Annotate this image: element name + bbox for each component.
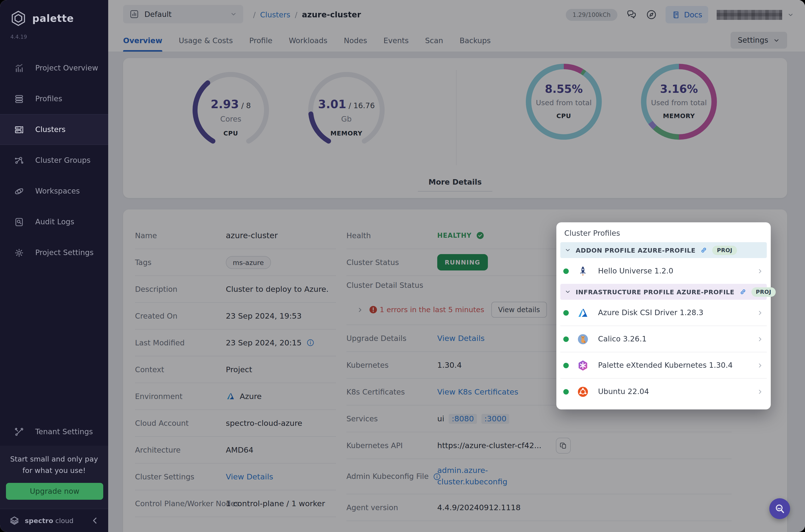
palette-app: palette 4.4.19 Project OverviewProfilesC… [0,0,805,532]
sidebar-item-clusters[interactable]: Clusters [0,114,108,145]
profile-section-name: ADDON PROFILE AZURE-PROFILE [576,246,695,254]
sidebar-item-label: Cluster Groups [35,156,91,165]
sidebar: palette 4.4.19 Project OverviewProfilesC… [0,0,108,532]
sidebar-item-label: Clusters [35,125,65,134]
chev-down-icon [564,288,571,295]
spectro-cloud-logo-icon [9,515,20,526]
promo-text: Start small and only pay for what you us… [6,454,102,476]
doc-search-icon [14,216,24,227]
brand-logo: palette [0,0,108,27]
profile-item-name: Hello Universe 1.2.0 [598,266,673,276]
popup-title: Cluster Profiles [556,222,771,242]
scope-badge: PROJ [712,245,737,255]
status-dot [563,310,569,316]
profile-item-hello-universe-1-2-0[interactable]: Hello Universe 1.2.0 [560,258,767,284]
sidebar-item-project-settings[interactable]: Project Settings [0,237,108,268]
ubuntu-icon [577,385,589,398]
profile-item-name: Palette eXtended Kubernetes 1.30.4 [598,361,733,370]
azure-icon [577,306,589,319]
search-chat-icon [774,503,786,515]
app-version: 4.4.19 [0,27,108,40]
upgrade-promo: Start small and only pay for what you us… [0,445,108,509]
profile-item-name: Calico 3.26.1 [598,335,647,343]
sidebar-nav: Project OverviewProfilesClustersCluster … [0,53,108,268]
hello-universe-icon [577,265,589,277]
sidebar-item-workspaces[interactable]: Workspaces [0,176,108,206]
gear-icon [14,247,24,258]
upgrade-now-button[interactable]: Upgrade now [6,483,103,500]
scope-badge: PROJ [751,287,776,297]
brand-light: cloud [55,517,74,525]
sidebar-item-audit-logs[interactable]: Audit Logs [0,206,108,237]
sidebar-item-label: Project Settings [35,248,94,257]
chev-down-icon [564,247,571,253]
cluster-profiles-popup: Cluster Profiles ADDON PROFILE AZURE-PRO… [556,222,771,410]
app-window: palette 4.4.19 Project OverviewProfilesC… [0,0,805,532]
profile-item-name: Azure Disk CSI Driver 1.28.3 [598,308,704,317]
status-dot [563,336,569,342]
tools-icon [14,426,24,437]
sidebar-footer: spectro cloud [0,509,108,532]
profiles-list: ADDON PROFILE AZURE-PROFILEPROJHello Uni… [556,242,771,404]
promo-line1: Start small and only pay [6,454,102,465]
orbit-icon [14,186,24,196]
brand-name: palette [32,13,74,24]
sidebar-item-label: Profiles [35,94,62,103]
status-dot [563,268,569,274]
sidebar-item-tenant-settings[interactable]: Tenant Settings [0,418,108,445]
sidebar-item-profiles[interactable]: Profiles [0,83,108,114]
brand-bold: spectro [25,517,53,525]
help-search-fab[interactable] [769,498,790,519]
sidebar-item-label: Project Overview [35,63,98,73]
palette-logo-icon [10,10,27,27]
profile-section-infrastructure-profile-azure-profile[interactable]: INFRASTRUCTURE PROFILE AZURE-PROFILEPROJ [560,284,767,300]
chev-right-icon [756,309,764,316]
profile-section-addon-profile-azure-profile[interactable]: ADDON PROFILE AZURE-PROFILEPROJ [560,242,767,258]
chev-right-icon [756,388,764,395]
nodes-icon [14,155,24,166]
sidebar-bottom: Tenant Settings Start small and only pay… [0,418,108,532]
profile-item-name: Ubuntu 22.04 [598,387,649,396]
chev-right-icon [756,362,764,369]
layers-icon [14,94,24,104]
profile-item-palette-extended-kubernetes-1-30-4[interactable]: Palette eXtended Kubernetes 1.30.4 [560,352,767,378]
link-icon [700,246,708,254]
chart-icon [14,63,24,73]
calico-icon [577,333,589,345]
profile-items: Hello Universe 1.2.0 [560,258,767,284]
sidebar-item-label: Audit Logs [35,217,74,226]
profile-item-calico-3-26-1[interactable]: Calico 3.26.1 [560,326,767,352]
profile-item-azure-disk-csi-driver-1-28-3[interactable]: Azure Disk CSI Driver 1.28.3 [560,300,767,326]
profile-section-name: INFRASTRUCTURE PROFILE AZURE-PROFILE [576,288,734,296]
servers-icon [14,124,24,135]
sidebar-item-project-overview[interactable]: Project Overview [0,53,108,83]
collapse-sidebar-icon[interactable] [89,515,100,526]
profile-item-ubuntu-22-04[interactable]: Ubuntu 22.04 [560,378,767,404]
promo-line2: for what you use! [6,465,102,476]
spectro-cloud-wordmark: spectro cloud [25,517,74,525]
chev-right-icon [756,335,764,343]
sidebar-item-label: Workspaces [35,187,80,195]
pxk-icon [577,359,589,372]
sidebar-item-cluster-groups[interactable]: Cluster Groups [0,145,108,176]
profile-items: Azure Disk CSI Driver 1.28.3Calico 3.26.… [560,300,767,404]
chev-right-icon [756,267,764,275]
link-icon [739,288,747,296]
status-dot [563,362,569,368]
sidebar-item-label: Tenant Settings [35,427,93,436]
status-dot [563,389,569,394]
